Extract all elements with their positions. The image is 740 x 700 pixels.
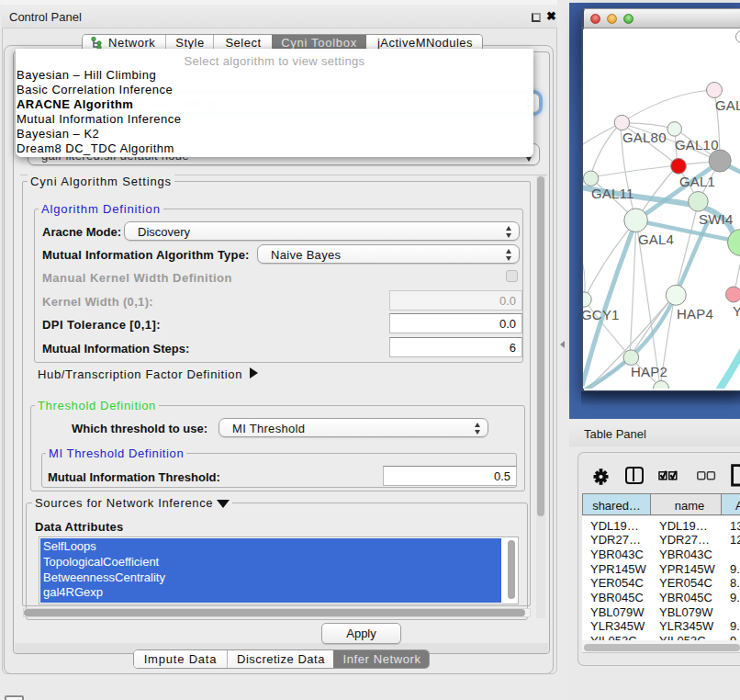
svg-text:GAL10: GAL10 xyxy=(675,137,719,152)
svg-text:GAL4: GAL4 xyxy=(638,231,674,247)
svg-text:GAL1: GAL1 xyxy=(679,174,715,189)
svg-text:GAL: GAL xyxy=(715,97,740,113)
svg-text:HAP2: HAP2 xyxy=(631,364,667,379)
svg-text:HAP4: HAP4 xyxy=(677,306,713,322)
svg-text:SWI4: SWI4 xyxy=(699,211,733,227)
svg-text:Y: Y xyxy=(733,303,740,319)
svg-text:GAL80: GAL80 xyxy=(622,130,667,145)
svg-text:GAL11: GAL11 xyxy=(591,186,634,201)
svg-text:GCY1: GCY1 xyxy=(583,307,620,322)
